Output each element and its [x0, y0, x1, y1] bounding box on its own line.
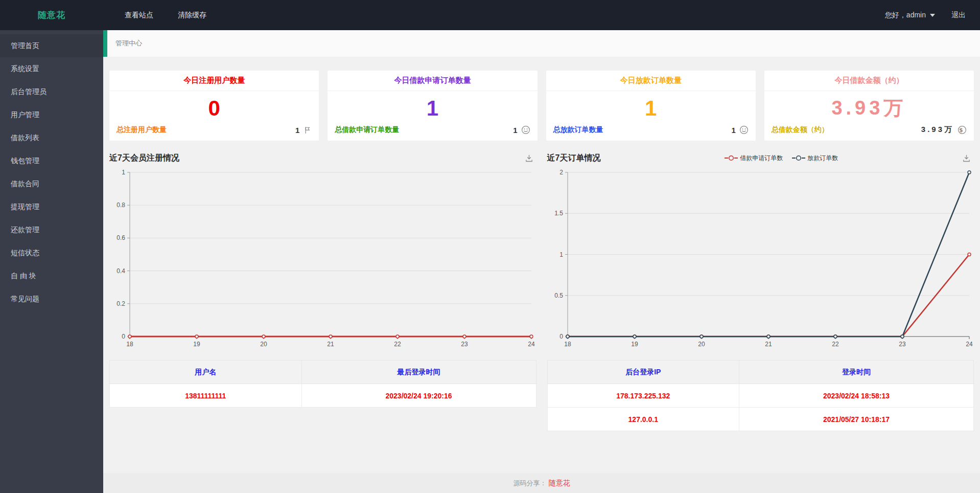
accent-bar	[103, 30, 107, 57]
svg-text:0.5: 0.5	[554, 292, 563, 299]
svg-text:1: 1	[122, 169, 125, 176]
sidebar-item-loan-list[interactable]: 借款列表	[0, 126, 103, 149]
svg-text:20: 20	[698, 341, 705, 348]
footer-brand-link[interactable]: 随意花	[549, 479, 570, 488]
column-header: 用户名	[110, 361, 302, 384]
table-header-row: 后台登录IP 登录时间	[547, 361, 974, 384]
dashboard: 今日注册用户数量 0 总注册用户数量 1 今日借款申请订单数量	[103, 57, 980, 473]
card-footer: 总借款申请订单数量 1	[328, 125, 537, 141]
sidebar: 管理首页 系统设置 后台管理员 用户管理 借款列表 钱包管理 借款合同 提现管理…	[0, 30, 103, 493]
svg-text:21: 21	[765, 341, 772, 348]
sidebar-item-admins[interactable]: 后台管理员	[0, 80, 103, 103]
card-footer-label: 总借款金额（约）	[772, 125, 829, 135]
card-footer-label: 总借款申请订单数量	[335, 125, 399, 135]
legend-marker-icon	[725, 155, 738, 161]
smiley-icon	[521, 125, 530, 135]
card-footer: 总借款金额（约） 3.93万 $	[764, 125, 974, 141]
svg-text:18: 18	[564, 341, 571, 348]
card-footer-value: 1	[295, 126, 299, 135]
top-nav: 查看站点 清除缓存	[112, 0, 219, 30]
sidebar-item-system-settings[interactable]: 系统设置	[0, 57, 103, 80]
svg-text:23: 23	[461, 341, 468, 348]
table-cell: 127.0.0.1	[547, 408, 739, 431]
column-header: 登录时间	[739, 361, 974, 384]
top-bar: 随意花 查看站点 清除缓存 您好，admin 退出	[0, 0, 980, 30]
card-title: 今日借款申请订单数量	[328, 71, 537, 91]
charts-row: 近7天会员注册情况 00.20.40.60.8118192021222324 近…	[109, 149, 974, 352]
card-footer-value: 1	[731, 126, 735, 135]
svg-text:$: $	[959, 126, 965, 132]
svg-text:0: 0	[122, 333, 125, 340]
sidebar-item-users[interactable]: 用户管理	[0, 103, 103, 126]
nav-clear-cache[interactable]: 清除缓存	[166, 0, 219, 30]
logout-button[interactable]: 退出	[951, 11, 966, 20]
svg-text:22: 22	[832, 341, 839, 348]
card-title: 今日放款订单数量	[546, 71, 756, 91]
download-icon[interactable]	[525, 154, 536, 163]
table-cell: 178.173.225.132	[547, 384, 739, 408]
chevron-down-icon	[930, 14, 935, 17]
legend-label: 借款申请订单数	[740, 154, 783, 163]
stat-cards-row: 今日注册用户数量 0 总注册用户数量 1 今日借款申请订单数量	[109, 71, 974, 141]
card-footer-label: 总放款订单数量	[553, 125, 603, 135]
svg-text:19: 19	[193, 341, 200, 348]
recent-user-login-table: 用户名 最后登录时间 13811111111 2023/02/24 19:20:…	[109, 360, 536, 408]
dollar-icon: $	[958, 125, 967, 135]
svg-text:23: 23	[899, 341, 906, 348]
svg-text:0.4: 0.4	[116, 267, 125, 275]
table-row[interactable]: 13811111111 2023/02/24 19:20:16	[110, 384, 536, 408]
sidebar-item-repayment[interactable]: 还款管理	[0, 218, 103, 241]
svg-text:0.2: 0.2	[116, 300, 125, 307]
card-footer-value: 1	[513, 126, 517, 135]
smiley-icon	[739, 125, 749, 135]
table-cell: 2023/02/24 18:58:13	[739, 384, 974, 408]
brand-logo[interactable]: 随意花	[0, 9, 103, 21]
sidebar-item-faq[interactable]: 常见问题	[0, 287, 103, 310]
column-header: 后台登录IP	[547, 361, 739, 384]
table-row[interactable]: 178.173.225.132 2023/02/24 18:58:13	[547, 384, 974, 408]
column-header: 最后登录时间	[301, 361, 536, 384]
chart-title-registrations: 近7天会员注册情况	[109, 153, 179, 164]
user-dropdown[interactable]: 您好，admin	[885, 11, 935, 20]
svg-text:19: 19	[631, 341, 638, 348]
sidebar-item-sms-status[interactable]: 短信状态	[0, 241, 103, 264]
card-footer: 总注册用户数量 1	[109, 125, 319, 141]
card-title: 今日借款金额（约）	[764, 71, 974, 91]
footer-text: 源码分享：	[514, 479, 547, 488]
nav-view-site[interactable]: 查看站点	[112, 0, 166, 30]
legend-loan-applications[interactable]: 借款申请订单数	[725, 154, 783, 163]
svg-text:24: 24	[528, 341, 535, 348]
sidebar-item-home[interactable]: 管理首页	[0, 34, 103, 57]
card-value: 1	[546, 91, 756, 125]
chart-orders[interactable]: 00.511.5218192021222324	[547, 167, 974, 352]
chart-registrations[interactable]: 00.20.40.60.8118192021222324	[109, 167, 536, 352]
svg-text:2: 2	[559, 169, 563, 176]
svg-text:0.6: 0.6	[116, 234, 125, 241]
breadcrumb-bar: 管理中心	[103, 30, 980, 57]
breadcrumb: 管理中心	[115, 39, 142, 48]
svg-text:1: 1	[559, 251, 563, 258]
page-footer: 源码分享： 随意花	[103, 473, 980, 493]
sidebar-item-free-block[interactable]: 自 由 块	[0, 264, 103, 287]
svg-text:20: 20	[260, 341, 267, 348]
table-cell: 2021/05/27 10:18:17	[739, 408, 974, 431]
topbar-right: 您好，admin 退出	[885, 11, 980, 20]
chart-legend: 借款申请订单数 放款订单数	[600, 154, 962, 163]
sidebar-item-withdraw[interactable]: 提现管理	[0, 195, 103, 218]
card-footer: 总放款订单数量 1	[546, 125, 756, 141]
admin-login-ip-table: 后台登录IP 登录时间 178.173.225.132 2023/02/24 1…	[547, 360, 974, 431]
card-today-disbursed-orders: 今日放款订单数量 1 总放款订单数量 1	[546, 71, 756, 141]
chart-orders-panel: 近7天订单情况 借款申请订单数 放款订单数	[547, 149, 974, 352]
card-value: 0	[109, 91, 319, 125]
chart-title-orders: 近7天订单情况	[547, 153, 601, 164]
svg-text:22: 22	[394, 341, 401, 348]
table-cell: 2023/02/24 19:20:16	[301, 384, 536, 408]
svg-text:24: 24	[966, 341, 973, 348]
legend-label: 放款订单数	[807, 154, 838, 163]
table-row[interactable]: 127.0.0.1 2021/05/27 10:18:17	[547, 408, 974, 431]
sidebar-item-loan-contract[interactable]: 借款合同	[0, 172, 103, 195]
download-icon[interactable]	[962, 154, 974, 163]
legend-disbursed-orders[interactable]: 放款订单数	[792, 154, 838, 163]
sidebar-item-wallet[interactable]: 钱包管理	[0, 149, 103, 172]
card-today-loan-amount: 今日借款金额（约） 3.93万 总借款金额（约） 3.93万 $	[764, 71, 974, 141]
